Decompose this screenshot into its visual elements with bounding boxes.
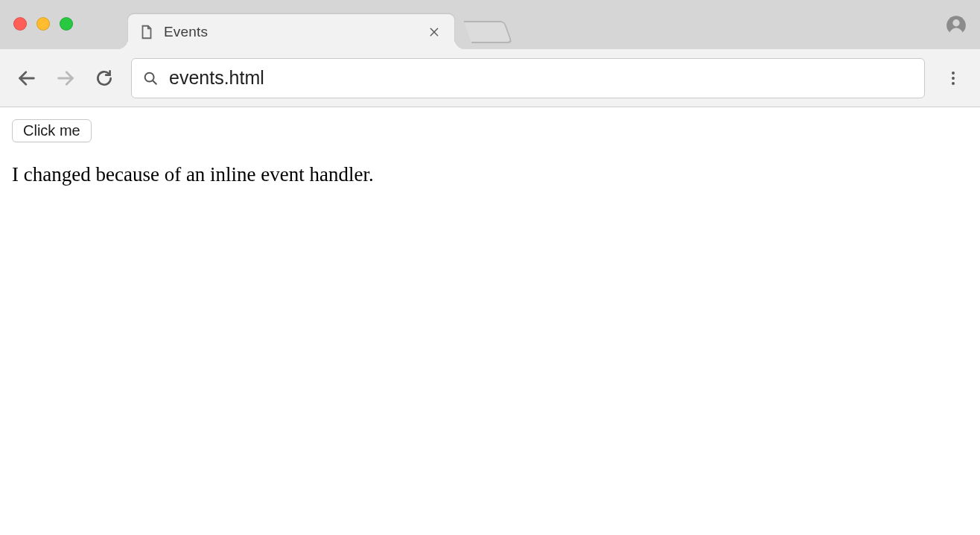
click-me-button[interactable]: Click me xyxy=(12,119,92,142)
svg-point-9 xyxy=(952,77,955,80)
window-minimize-button[interactable] xyxy=(36,17,50,31)
window-controls xyxy=(13,17,73,31)
window-close-button[interactable] xyxy=(13,17,27,31)
nav-back-button[interactable] xyxy=(10,62,43,95)
browser-tab-strip: Events xyxy=(0,0,980,49)
tab-title: Events xyxy=(164,24,416,40)
search-icon xyxy=(142,70,159,86)
tabs-area: Events xyxy=(128,0,509,49)
browser-tab-active[interactable]: Events xyxy=(128,14,454,49)
svg-line-7 xyxy=(153,80,156,83)
browser-toolbar xyxy=(0,49,980,107)
svg-point-10 xyxy=(952,82,955,85)
svg-point-8 xyxy=(952,72,955,75)
address-bar[interactable] xyxy=(131,58,925,98)
nav-forward-button[interactable] xyxy=(49,62,82,95)
address-input[interactable] xyxy=(169,67,914,89)
page-file-icon xyxy=(139,24,155,40)
tab-close-button[interactable] xyxy=(424,22,444,42)
svg-point-3 xyxy=(952,19,959,26)
page-viewport: Click me I changed because of an inline … xyxy=(0,107,980,198)
nav-reload-button[interactable] xyxy=(88,62,121,95)
profile-avatar-icon[interactable] xyxy=(946,15,967,36)
window-maximize-button[interactable] xyxy=(60,17,73,31)
browser-menu-button[interactable] xyxy=(937,62,970,95)
result-paragraph: I changed because of an inline event han… xyxy=(12,163,968,186)
new-tab-button[interactable] xyxy=(464,21,513,43)
